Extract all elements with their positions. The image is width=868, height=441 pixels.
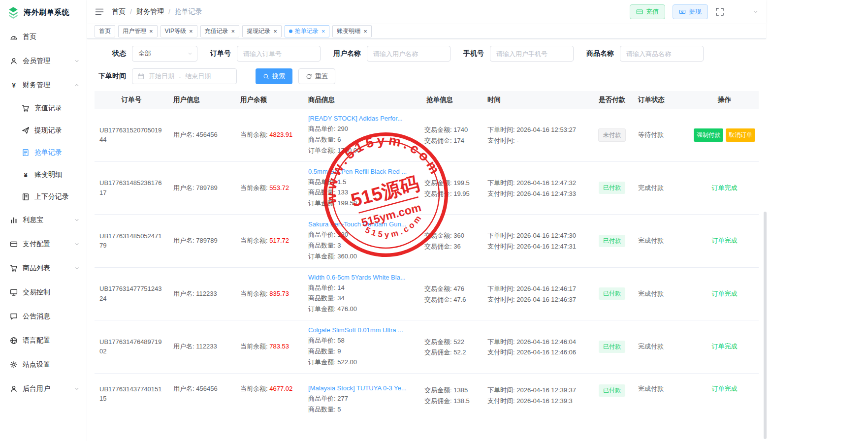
sidebar-item[interactable]: 利息宝: [0, 208, 87, 232]
order-no-input[interactable]: [237, 46, 321, 62]
chat-icon: [10, 313, 18, 320]
sidebar-item-label: 抢单记录: [34, 148, 80, 157]
sidebar-item-label: 首页: [23, 32, 80, 41]
commission-label: 交易佣金:: [424, 348, 452, 356]
tag-tab[interactable]: 充值记录×: [200, 25, 240, 37]
page-scrollbar[interactable]: [764, 212, 767, 439]
tab-label: 账变明细: [337, 27, 360, 35]
sidebar-item[interactable]: 语言配置: [0, 328, 87, 352]
tag-tab[interactable]: 抢单记录×: [285, 25, 330, 37]
sidebar-item[interactable]: 公告消息: [0, 304, 87, 328]
tag-tab[interactable]: VIP等级×: [161, 25, 197, 37]
username-input[interactable]: [367, 46, 450, 62]
pay-time-value: 2026-04-16 12:46:37: [516, 296, 576, 303]
caret-down-icon[interactable]: [753, 9, 759, 15]
fullscreen-icon[interactable]: [715, 7, 724, 16]
sidebar-item[interactable]: ¥财务管理: [0, 73, 87, 97]
chevron-down-icon: [187, 51, 193, 57]
order-time-label: 下单时间:: [487, 285, 515, 292]
status-select-value: 全部: [138, 49, 151, 58]
commission-value: 52.2: [453, 348, 466, 356]
user-menu[interactable]: [732, 3, 759, 21]
product-title-link[interactable]: Width 0.6-5cm 5Yards White Bla...: [308, 274, 417, 281]
close-icon[interactable]: ×: [363, 28, 367, 34]
sidebar-item[interactable]: 抢单记录: [0, 141, 87, 163]
commission-value: 19.95: [453, 190, 470, 197]
withdraw-button[interactable]: 提现: [673, 4, 708, 19]
close-icon[interactable]: ×: [321, 28, 325, 34]
product-info-cell: [READY STOCK] Adidas Perfor... 商品单价: 290…: [303, 115, 421, 156]
trade-amount-line: 交易金额: 522: [424, 338, 480, 347]
sidebar-item[interactable]: 商品列表: [0, 256, 87, 280]
cancel-order-button[interactable]: 取消订单: [726, 128, 755, 142]
commission-label: 交易佣金:: [424, 243, 452, 250]
sidebar-item[interactable]: 支付配置: [0, 232, 87, 256]
trade-amount-label: 交易金额:: [424, 285, 452, 292]
tag-tab[interactable]: 首页: [95, 25, 115, 37]
chevron-down-icon: [74, 217, 80, 223]
tag-tab[interactable]: 用户管理×: [118, 25, 158, 37]
breadcrumb-item[interactable]: 财务管理: [136, 7, 164, 16]
quantity-label: 商品数量:: [308, 242, 336, 249]
sidebar-item[interactable]: 后台用户: [0, 377, 87, 401]
close-icon[interactable]: ×: [149, 28, 153, 34]
column-header: 订单号: [95, 95, 168, 104]
sidebar-item[interactable]: 上下分记录: [0, 186, 87, 208]
status-select[interactable]: 全部: [132, 46, 197, 62]
sidebar-item[interactable]: ¥账变明细: [0, 163, 87, 186]
balance-label: 当前余额:: [240, 385, 268, 392]
product-info-cell: Width 0.6-5cm 5Yards White Bla... 商品单价: …: [303, 274, 421, 315]
date-range-picker[interactable]: 开始日期 - 结束日期: [132, 68, 237, 84]
recharge-button[interactable]: 充值: [630, 4, 665, 19]
product-title-link[interactable]: 0.5mm Gel Pen Refill Black Red ...: [308, 168, 417, 175]
tag-tab[interactable]: 账变明细×: [332, 25, 372, 37]
username-value: 112233: [196, 343, 217, 350]
grab-info-cell: 交易金额: 476 交易佣金: 47.6: [421, 283, 482, 305]
trade-amount-label: 交易金额:: [424, 232, 452, 239]
product-title-link[interactable]: Colgate SlimSoft 0.01mm Ultra ...: [308, 326, 417, 334]
order-status-cell: 完成付款: [633, 236, 690, 245]
force-pay-button[interactable]: 强制付款: [694, 128, 723, 142]
product-title-link[interactable]: Sakura Pen-Touch Gundam Gun...: [308, 220, 417, 228]
sidebar-item[interactable]: 提现记录: [0, 119, 87, 141]
sidebar-item[interactable]: 会员管理: [0, 49, 87, 73]
sidebar-item-label: 账变明细: [34, 170, 80, 179]
unit-price-value: 1.5: [337, 178, 346, 186]
commission-value: 47.6: [453, 296, 466, 303]
sidebar: 海外刷单系统 首页会员管理¥财务管理充值记录提现记录抢单记录¥账变明细上下分记录…: [0, 0, 87, 441]
breadcrumb-item[interactable]: 首页: [112, 7, 126, 16]
search-button[interactable]: 搜索: [256, 68, 292, 84]
card-icon: [636, 8, 643, 15]
product-title-link[interactable]: [READY STOCK] Adidas Perfor...: [308, 115, 417, 122]
sidebar-item[interactable]: 站点设置: [0, 352, 87, 377]
commission-value: 36: [453, 243, 460, 250]
sidebar-item[interactable]: 充值记录: [0, 97, 87, 119]
quantity-value: 6: [337, 136, 341, 143]
product-name-input[interactable]: [620, 46, 704, 62]
tag-tab[interactable]: 提现记录×: [242, 25, 282, 37]
dashboard-icon: [10, 33, 18, 41]
sidebar-item[interactable]: 首页: [0, 25, 87, 49]
phone-input[interactable]: [490, 46, 574, 62]
time-cell: 下单时间: 2026-04-16 12:46:17 支付时间: 2026-04-…: [482, 283, 591, 305]
close-icon[interactable]: ×: [231, 28, 235, 34]
close-icon[interactable]: ×: [273, 28, 277, 34]
ledger-icon: [22, 193, 30, 201]
balance-cell: 当前余额: 4823.91: [235, 130, 303, 139]
order-time-value: 2026-04-16 12:46:04: [516, 338, 576, 346]
close-icon[interactable]: ×: [189, 28, 193, 34]
user-info-cell: 用户名: 789789: [168, 184, 235, 192]
hamburger-icon[interactable]: [95, 7, 104, 17]
sidebar-item[interactable]: 交易控制: [0, 280, 87, 304]
date-separator: -: [179, 73, 181, 80]
quantity-line: 商品数量: 6: [308, 135, 417, 145]
send-icon: [22, 126, 30, 134]
product-title-link[interactable]: [Malaysia Stock] TUTUYA 0-3 Ye...: [308, 384, 417, 392]
paid-status-badge: 已付款: [599, 182, 625, 194]
username-label: 用户名:: [173, 385, 194, 392]
avatar[interactable]: [732, 3, 749, 21]
reset-button[interactable]: 重置: [298, 68, 335, 84]
app-root: 海外刷单系统 首页会员管理¥财务管理充值记录提现记录抢单记录¥账变明细上下分记录…: [0, 0, 766, 441]
user-info-cell: 用户名: 112233: [168, 289, 235, 298]
app-logo[interactable]: 海外刷单系统: [0, 0, 87, 25]
